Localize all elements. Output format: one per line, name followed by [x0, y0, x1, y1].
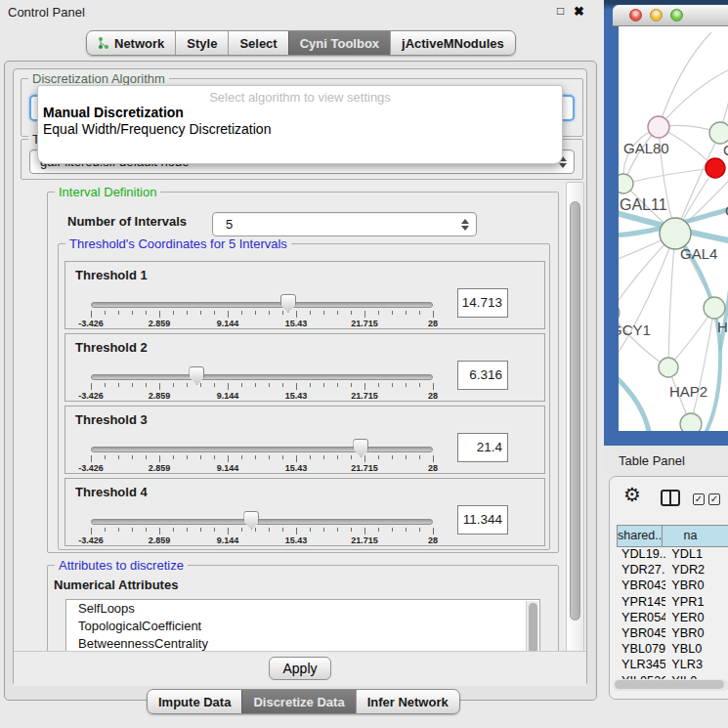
threshold-1-slider-track[interactable]: [91, 302, 433, 308]
numerical-attributes-list[interactable]: SelfLoopsTopologicalCoefficientBetweenne…: [65, 599, 540, 656]
panel-footer: Apply: [14, 651, 586, 686]
panel-vertical-scrollbar[interactable]: [566, 182, 584, 680]
network-edge-thick: [675, 234, 720, 431]
network-edge: [659, 67, 728, 127]
table-row[interactable]: YER054CYER0: [617, 611, 728, 626]
table-row[interactable]: YBR045CYBR0: [617, 626, 728, 642]
bottom-tabs: Impute DataDiscretize DataInfer Network: [147, 689, 460, 714]
threshold-4-slider-track[interactable]: [91, 519, 433, 525]
tab-infer-network[interactable]: Infer Network: [356, 690, 459, 713]
scrollbar-thumb[interactable]: [615, 680, 724, 689]
checkbox-icon[interactable]: ✓: [693, 493, 705, 505]
scrollbar-thumb[interactable]: [529, 603, 537, 654]
table-cell: YER054C: [617, 611, 665, 626]
network-edge: [668, 234, 675, 367]
table-cell: YDL19...: [617, 547, 665, 563]
algorithm-option-manual-discretization[interactable]: Manual Discretization: [43, 105, 184, 120]
interval-definition-group: Interval Definition Number of Intervals …: [47, 192, 559, 553]
table-row[interactable]: YBR043CYBR0: [617, 578, 728, 594]
attribute-item-selfloops[interactable]: SelfLoops: [66, 600, 539, 618]
network-edge: [659, 32, 711, 127]
network-canvas[interactable]: GAL80GACGAL11GAL4GCY1HHAP2: [619, 26, 728, 431]
tab-label: Network: [114, 36, 164, 51]
table-row[interactable]: YDL19...YDL1: [617, 547, 728, 563]
table-horizontal-scrollbar[interactable]: [613, 679, 728, 691]
tab-label: Select: [239, 36, 277, 51]
table-cell: YDL1: [665, 547, 728, 563]
table-row[interactable]: YDR27...YDR2: [617, 563, 728, 578]
slider-ticks: [91, 528, 433, 535]
table-row[interactable]: YLR345WYLR3: [617, 658, 728, 673]
threshold-3-slider-track[interactable]: [91, 447, 433, 452]
network-edge-thick: [619, 374, 649, 431]
table-cell: YBL079W: [617, 642, 665, 658]
thresholds-group-label: Threshold's Coordinates for 5 Intervals: [65, 236, 291, 251]
network-node[interactable]: [648, 116, 669, 138]
tab-jactivemnodules[interactable]: jActiveMNodules: [390, 31, 515, 55]
table-cell: YBL0: [665, 642, 728, 658]
number-of-intervals-combobox[interactable]: 5: [212, 212, 477, 236]
float-window-icon[interactable]: □: [557, 4, 564, 18]
threshold-2-value-field[interactable]: 6.316: [457, 361, 508, 390]
close-window-icon[interactable]: ✖: [574, 4, 584, 19]
tab-cyni-toolbox[interactable]: Cyni Toolbox: [288, 31, 390, 55]
slider-ticks: [91, 311, 433, 319]
algorithm-hint: Select algorithm to view settings: [38, 90, 562, 105]
node-table[interactable]: shared...na YDL19...YDL1YDR27...YDR2YBR0…: [617, 525, 728, 679]
network-node[interactable]: [659, 358, 678, 377]
network-node[interactable]: [680, 413, 702, 431]
table-row[interactable]: YPR145WYPR1: [617, 595, 728, 611]
tab-discretize-data[interactable]: Discretize Data: [241, 690, 355, 713]
table-cell: YBR045C: [617, 626, 665, 642]
table-panel-titlebar: Table Panel: [604, 446, 728, 475]
tab-select[interactable]: Select: [228, 31, 287, 55]
table-cell: YBR0: [665, 578, 728, 594]
tab-network[interactable]: Network: [87, 31, 175, 55]
stepper-icon: [460, 219, 470, 231]
algorithm-option-equal-width-frequency-discretization[interactable]: Equal Width/Frequency Discretization: [43, 121, 271, 137]
network-node[interactable]: [706, 158, 725, 178]
split-columns-icon[interactable]: [661, 490, 680, 506]
discretization-algorithm-label: Discretization Algorithm: [28, 71, 169, 86]
scrollbar-thumb[interactable]: [570, 201, 580, 621]
number-of-intervals-value: 5: [213, 217, 460, 232]
list-vertical-scrollbar[interactable]: [526, 601, 538, 654]
network-node[interactable]: [709, 122, 728, 144]
slider-tick-labels: -3.4262.8599.14415.4321.71528: [91, 319, 433, 328]
network-icon: [98, 36, 109, 50]
table-panel: ⚙ ✓ ✓ shared...na YDL19...YDL1YDR27...YD…: [609, 476, 728, 700]
network-node[interactable]: [619, 303, 620, 322]
interval-definition-label: Interval Definition: [55, 185, 160, 199]
threshold-2-slider-track[interactable]: [91, 374, 433, 380]
attribute-item-topologicalcoefficient[interactable]: TopologicalCoefficient: [66, 618, 539, 635]
zoom-light[interactable]: [670, 9, 683, 21]
column-header-na[interactable]: na: [663, 525, 728, 547]
network-node[interactable]: [704, 297, 725, 319]
checkbox-icon[interactable]: ✓: [708, 493, 720, 505]
minimize-light[interactable]: [650, 9, 663, 21]
tab-label: Style: [187, 36, 217, 51]
table-cell: YLR3: [665, 658, 728, 673]
threshold-3-value-field[interactable]: 21.4: [457, 433, 508, 462]
network-edge: [623, 168, 715, 184]
node-label: GAL80: [623, 140, 669, 156]
threshold-label: Threshold 3: [75, 412, 148, 427]
table-cell: YBR0: [665, 626, 728, 642]
attributes-group: Attributes to discretize Numerical Attri…: [47, 565, 559, 659]
network-edge: [619, 234, 675, 361]
threshold-4-value-field[interactable]: 11.344: [457, 505, 508, 535]
gear-icon[interactable]: ⚙: [623, 485, 641, 504]
threshold-1-value-field[interactable]: 14.713: [457, 288, 508, 318]
close-light[interactable]: [629, 9, 642, 21]
tab-label: Impute Data: [158, 695, 231, 709]
table-cell: YPR145W: [617, 595, 665, 611]
column-header-shared[interactable]: shared...: [617, 525, 663, 547]
apply-button[interactable]: Apply: [269, 657, 331, 680]
threshold-4-box: Threshold 4-3.4262.8599.14415.4321.71528…: [64, 478, 545, 546]
slider-tick-labels: -3.4262.8599.14415.4321.71528: [91, 535, 433, 545]
table-row[interactable]: YBL079WYBL0: [617, 642, 728, 658]
tab-impute-data[interactable]: Impute Data: [148, 690, 241, 713]
network-node[interactable]: [619, 174, 633, 193]
tab-label: Discretize Data: [253, 695, 344, 709]
tab-style[interactable]: Style: [175, 31, 228, 55]
